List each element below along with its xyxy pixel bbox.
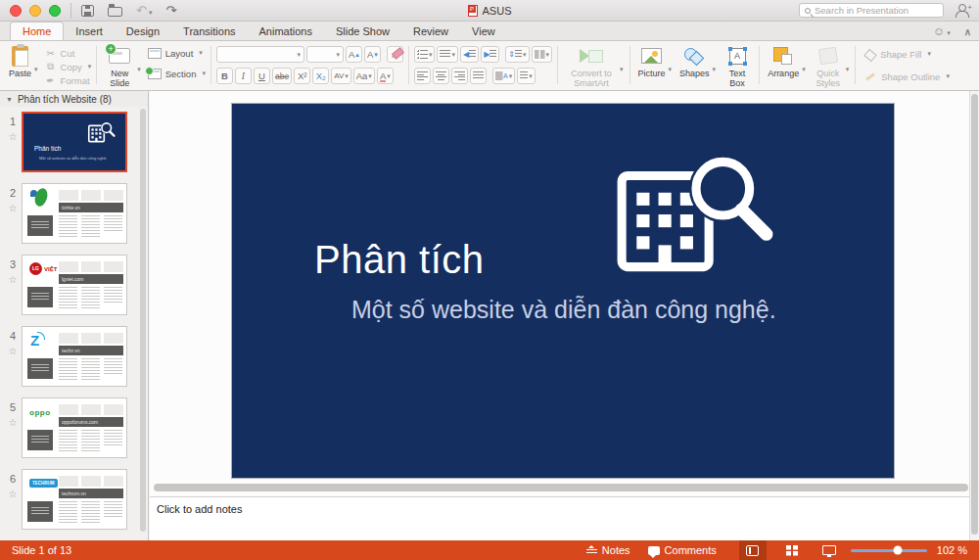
- notes-pane[interactable]: Click to add notes: [150, 497, 969, 540]
- align-right-button[interactable]: [451, 68, 468, 84]
- bold-button[interactable]: B: [216, 68, 233, 84]
- smartart-dropdown-caret[interactable]: ▾: [620, 66, 624, 73]
- convert-to-smartart-button[interactable]: Convert to SmartArt: [563, 44, 620, 90]
- slide-canvas[interactable]: Phân tích Một số website và diễn đàn côn…: [231, 103, 895, 479]
- picture-dropdown-caret[interactable]: ▾: [669, 66, 673, 73]
- slide-number: 6: [7, 473, 19, 485]
- tab-view[interactable]: View: [460, 23, 507, 40]
- change-case-button[interactable]: Aa▾: [353, 68, 375, 84]
- quick-styles-button[interactable]: Quick Styles: [811, 44, 846, 90]
- tab-design[interactable]: Design: [115, 23, 171, 40]
- justify-button[interactable]: [470, 68, 487, 84]
- tab-insert[interactable]: Insert: [64, 23, 115, 40]
- quick-styles-dropdown-caret[interactable]: ▾: [846, 66, 850, 73]
- horizontal-scrollbar[interactable]: [154, 484, 968, 491]
- open-icon[interactable]: [108, 7, 122, 17]
- tab-animations[interactable]: Animations: [248, 23, 324, 40]
- align-left-button[interactable]: [414, 68, 431, 84]
- numbering-button[interactable]: ▾: [437, 46, 458, 63]
- transition-star-icon: ☆: [7, 417, 19, 428]
- font-size-combo[interactable]: ▾: [306, 46, 344, 63]
- align-text-button[interactable]: ▾: [517, 68, 536, 84]
- collapse-ribbon-button[interactable]: ∧: [964, 26, 971, 37]
- font-name-combo[interactable]: ▾: [216, 46, 304, 63]
- search-field[interactable]: Search in Presentation: [799, 3, 944, 18]
- new-slide-dropdown-caret[interactable]: ▾: [137, 66, 141, 73]
- vertical-scrollbar-track[interactable]: [969, 91, 979, 540]
- tab-transitions[interactable]: Transitions: [171, 23, 247, 40]
- shrink-font-button[interactable]: A▾: [364, 46, 381, 63]
- feedback-smiley-button[interactable]: ☺▾: [933, 24, 951, 38]
- align-center-button[interactable]: [433, 68, 449, 84]
- normal-view-button[interactable]: [739, 540, 767, 560]
- italic-button[interactable]: I: [235, 68, 252, 84]
- tab-review[interactable]: Review: [401, 23, 460, 40]
- tab-home[interactable]: Home: [10, 22, 64, 40]
- slide-5-thumbnail[interactable]: oppo oppoforums.com: [22, 397, 127, 458]
- section-header[interactable]: ▼ Phân tích Website (8): [0, 91, 148, 107]
- zoom-slider-knob[interactable]: [894, 546, 903, 555]
- new-slide-button[interactable]: New Slide: [102, 44, 137, 90]
- save-icon[interactable]: [81, 5, 94, 17]
- paste-button[interactable]: Paste: [6, 44, 34, 79]
- slide-number: 4: [7, 330, 19, 342]
- clear-formatting-button[interactable]: A: [387, 46, 403, 63]
- increase-indent-button[interactable]: ▶: [481, 46, 499, 63]
- shape-fill-button[interactable]: Shape Fill▾: [864, 47, 950, 61]
- share-button[interactable]: +: [956, 3, 971, 17]
- arrange-dropdown-caret[interactable]: ▾: [802, 66, 806, 73]
- zoom-window-button[interactable]: [49, 5, 61, 17]
- superscript-button[interactable]: X²: [294, 68, 310, 84]
- character-spacing-button[interactable]: AV▾: [331, 68, 351, 84]
- text-box-button[interactable]: A Text Box: [721, 44, 754, 90]
- columns-icon: [535, 50, 545, 59]
- line-spacing-button[interactable]: ⇕▾: [505, 46, 529, 63]
- slideshow-button[interactable]: [816, 540, 843, 560]
- slide-sorter-view-button[interactable]: [778, 540, 806, 560]
- slide-3-thumbnail[interactable]: LG VIỆT lgviet.com: [22, 255, 127, 315]
- format-painter-button[interactable]: ✒Format: [45, 73, 92, 87]
- redo-icon[interactable]: ↷: [165, 4, 176, 17]
- cut-button[interactable]: ✂Cut: [45, 46, 92, 60]
- arrange-button[interactable]: Arrange: [765, 44, 802, 79]
- tab-slide-show[interactable]: Slide Show: [324, 23, 401, 40]
- shape-outline-button[interactable]: Shape Outline▾: [864, 70, 950, 83]
- bullets-button[interactable]: ▾: [414, 46, 436, 63]
- slide-number: 1: [7, 116, 19, 127]
- font-color-icon: A: [380, 70, 386, 81]
- comments-toggle-button[interactable]: Comments: [639, 540, 725, 560]
- picture-button[interactable]: Picture: [635, 44, 669, 79]
- layout-button[interactable]: Layout▾: [148, 46, 206, 60]
- undo-button[interactable]: ↶▾: [136, 4, 152, 17]
- undo-dropdown-caret[interactable]: ▾: [149, 9, 153, 16]
- columns-button[interactable]: ▾: [532, 46, 553, 63]
- close-window-button[interactable]: [10, 5, 22, 17]
- thumbnail-scrollbar[interactable]: [140, 109, 146, 532]
- strikethrough-button[interactable]: abe: [272, 68, 292, 84]
- font-color-button[interactable]: A▾: [377, 68, 394, 84]
- shapes-dropdown-caret[interactable]: ▾: [713, 66, 717, 73]
- slide-title[interactable]: Phân tích: [314, 238, 485, 282]
- vertical-scrollbar-thumb[interactable]: [971, 94, 978, 535]
- building-search-icon[interactable]: [612, 151, 780, 275]
- notes-toggle-button[interactable]: Notes: [578, 540, 639, 560]
- zoom-slider[interactable]: [851, 549, 927, 552]
- decrease-indent-button[interactable]: ◀: [460, 46, 479, 63]
- copy-button[interactable]: ⧉Copy▾: [45, 60, 92, 73]
- section-button[interactable]: Section▾: [148, 67, 206, 80]
- grow-font-button[interactable]: A▴: [346, 46, 362, 63]
- slide-1-thumbnail[interactable]: Phân tích Một số website và diễn đàn côn…: [22, 112, 127, 172]
- underline-button[interactable]: U: [254, 68, 270, 84]
- minimize-window-button[interactable]: [29, 5, 41, 17]
- slide-2-thumbnail[interactable]: tinhte.vn: [22, 183, 127, 244]
- subscript-button[interactable]: X₂: [312, 68, 329, 84]
- paste-dropdown-caret[interactable]: ▾: [34, 66, 38, 73]
- notes-placeholder[interactable]: Click to add notes: [157, 503, 242, 515]
- text-direction-button[interactable]: A▾: [492, 68, 515, 84]
- slide-4-thumbnail[interactable]: Z techz.vn: [22, 326, 127, 387]
- zoom-percentage[interactable]: 102 %: [937, 544, 967, 556]
- shapes-button[interactable]: Shapes: [676, 44, 713, 79]
- slide-6-thumbnail[interactable]: TECHRUM techrum.vn: [22, 469, 127, 530]
- slide-subtitle[interactable]: Một số website và diễn đàn công nghệ.: [351, 296, 776, 324]
- section-collapse-icon[interactable]: ▼: [6, 96, 13, 103]
